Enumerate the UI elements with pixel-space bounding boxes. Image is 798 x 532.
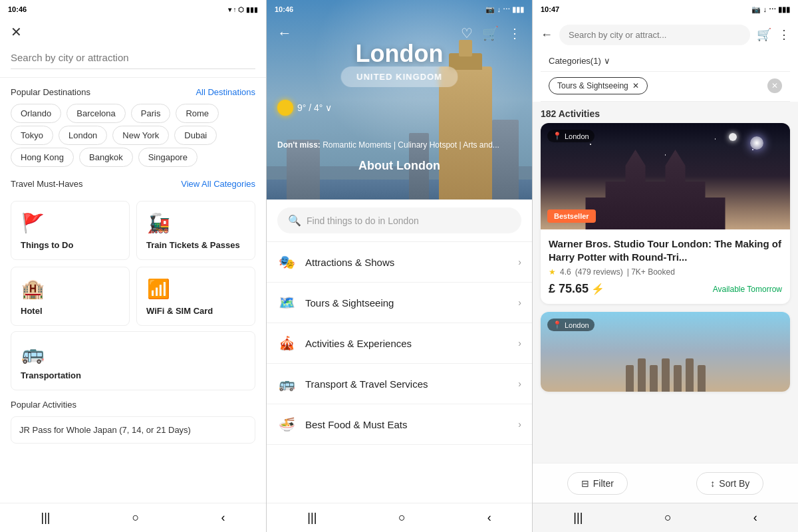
search-input-p1[interactable] <box>11 47 255 69</box>
menu-item-activities[interactable]: 🎪 Activities & Experiences › <box>267 323 532 364</box>
category-wifi-sim[interactable]: 📶 WiFi & SIM Card <box>136 267 255 326</box>
about-london-btn[interactable]: About London <box>358 159 440 173</box>
star-icon-rating: ★ <box>549 267 556 277</box>
chevron-down-icon: ∨ <box>604 56 610 66</box>
nav-home-p2[interactable]: ○ <box>398 511 406 525</box>
city-tag-hongkong[interactable]: Hong Kong <box>11 148 74 167</box>
p2-search-box[interactable]: 🔍 Find things to do in London <box>277 207 521 233</box>
train-tickets-icon: 🚂 <box>146 211 170 235</box>
more-icon-p3[interactable]: ⋮ <box>778 27 790 42</box>
filter-button[interactable]: ⊟ Filter <box>567 472 628 495</box>
p3-nav-bar: ← 🛒 ⋮ <box>541 19 790 51</box>
city-tag-tokyo[interactable]: Tokyo <box>11 126 53 145</box>
popular-activities-section: Popular Activities JR Pass for Whole Jap… <box>11 400 255 444</box>
stonehenge-location-text: London <box>565 321 589 329</box>
chevron-icon-attractions: › <box>518 257 521 267</box>
category-hotel[interactable]: 🏨 Hotel <box>11 267 130 326</box>
cart-icon-p2[interactable]: 🛒 <box>482 25 499 41</box>
search-placeholder-p2: Find things to do in London <box>307 215 419 226</box>
all-destinations-link[interactable]: All Destinations <box>196 87 255 97</box>
city-tag-paris[interactable]: Paris <box>131 104 171 123</box>
city-tag-rome[interactable]: Rome <box>176 104 219 123</box>
city-tag-singapore[interactable]: Singapore <box>138 148 198 167</box>
city-tag-bangkok[interactable]: Bangkok <box>79 148 133 167</box>
city-tag-orlando[interactable]: Orlando <box>11 104 61 123</box>
nav-back-p2-btn[interactable]: ‹ <box>487 511 491 525</box>
city-tag-london[interactable]: London <box>59 126 107 145</box>
nav-menu-p3[interactable]: ||| <box>573 511 583 525</box>
status-icons-p2: 📷 ↓ ⋯ ▮▮▮ <box>485 5 524 14</box>
status-bar-p1: 10:46 ▾ ↑ ⬡ ▮▮▮ <box>0 0 266 19</box>
category-things-to-do[interactable]: 🚩 Things to Do <box>11 201 130 260</box>
listing-stonehenge[interactable]: 📍 London <box>541 312 790 392</box>
attractions-icon: 🎭 <box>277 253 296 271</box>
availability-text: Available Tomorrow <box>713 285 782 294</box>
london-hero: 10:46 📷 ↓ ⋯ ▮▮▮ ← ♡ 🛒 ⋮ London UNITED KI… <box>267 0 532 200</box>
city-tags-row1: Orlando Barcelona Paris Rome <box>11 104 255 123</box>
sort-icon: ↕ <box>710 478 715 489</box>
heart-icon-p2[interactable]: ♡ <box>461 25 473 41</box>
menu-item-tours[interactable]: 🗺️ Tours & Sightseeing › <box>267 283 532 323</box>
nav-menu-p2[interactable]: ||| <box>307 511 317 525</box>
stonehenge-location: 📍 London <box>547 319 595 331</box>
rating-value: 4.6 <box>560 267 571 277</box>
nav-home-p3[interactable]: ○ <box>664 511 672 525</box>
panel-search: 10:46 ▾ ↑ ⬡ ▮▮▮ ✕ Popular Destinations A… <box>0 0 266 532</box>
popular-destinations-title: Popular Destinations <box>11 87 90 97</box>
back-btn-p3[interactable]: ← <box>541 28 553 42</box>
nav-menu-p1[interactable]: ||| <box>41 511 51 525</box>
clear-all-btn[interactable]: ✕ <box>767 78 782 93</box>
nav-back-p3-btn[interactable]: ‹ <box>753 511 757 525</box>
menu-item-food[interactable]: 🍜 Best Food & Must Eats › <box>267 404 532 445</box>
sort-label: Sort By <box>719 478 749 489</box>
p3-bottom-bar: ⊟ Filter ↕ Sort By <box>533 463 798 503</box>
star-icon <box>729 133 737 141</box>
nav-back-p1[interactable]: ‹ <box>221 511 225 525</box>
category-transportation[interactable]: 🚌 Transportation <box>11 331 255 390</box>
city-tag-newyork[interactable]: New York <box>112 126 169 145</box>
search-input-p3[interactable] <box>559 25 750 45</box>
more-icon-p2[interactable]: ⋮ <box>508 25 521 41</box>
listing-harry-potter[interactable]: 📍 London Bestseller Warner Bros. Studio … <box>541 123 790 304</box>
things-to-do-icon: 🚩 <box>21 211 45 235</box>
time-p2: 10:46 <box>275 5 293 13</box>
category-train-tickets[interactable]: 🚂 Train Tickets & Passes <box>136 201 255 260</box>
jr-pass-card[interactable]: JR Pass for Whole Japan (7, 14, or 21 Da… <box>11 416 255 444</box>
popular-destinations-header: Popular Destinations All Destinations <box>11 78 255 104</box>
wifi-sim-icon: 📶 <box>146 277 170 301</box>
stone-6 <box>686 358 694 392</box>
travel-must-haves-title: Travel Must-Haves <box>11 179 83 189</box>
menu-item-attractions[interactable]: 🎭 Attractions & Shows › <box>267 242 532 283</box>
cart-icon-p3[interactable]: 🛒 <box>757 27 771 42</box>
city-tag-dubai[interactable]: Dubai <box>174 126 217 145</box>
panel-results: 10:47 📷 ↓ ⋯ ▮▮▮ ← 🛒 ⋮ Categories(1) ∨ To… <box>532 0 798 532</box>
price-value: £ 75.65 <box>549 282 589 296</box>
view-all-categories-link[interactable]: View All Categories <box>181 179 255 189</box>
panel-london: 10:46 📷 ↓ ⋯ ▮▮▮ ← ♡ 🛒 ⋮ London UNITED KI… <box>266 0 532 532</box>
activities-count: 182 Activities <box>533 102 798 123</box>
bestseller-badge: Bestseller <box>547 209 596 223</box>
menu-item-transport[interactable]: 🚌 Transport & Travel Services › <box>267 364 532 404</box>
stone-5 <box>674 365 682 392</box>
sort-button[interactable]: ↕ Sort By <box>696 472 763 495</box>
filter-icon: ⊟ <box>581 478 589 489</box>
weather-sun-icon <box>277 100 293 116</box>
categories-filter-btn[interactable]: Categories(1) ∨ <box>549 56 610 66</box>
city-tag-barcelona[interactable]: Barcelona <box>66 104 126 123</box>
stone-1 <box>626 365 634 392</box>
status-bar-p2: 10:46 📷 ↓ ⋯ ▮▮▮ <box>267 0 532 19</box>
close-button[interactable]: ✕ <box>11 24 22 40</box>
nav-home-p1[interactable]: ○ <box>132 511 140 525</box>
time-p3: 10:47 <box>541 5 559 13</box>
hp-location-text: London <box>565 132 589 140</box>
location-pin-icon: 📍 <box>553 132 562 140</box>
transport-icon: 🚌 <box>277 374 296 393</box>
hp-price: £ 75.65 ⚡ <box>549 282 604 296</box>
categories-grid-2: 🚌 Transportation <box>11 331 255 390</box>
booked-count: | 7K+ Booked <box>627 267 675 277</box>
transport-label: Transport & Travel Services <box>305 378 509 390</box>
hp-listing-info: Warner Bros. Studio Tour London: The Mak… <box>541 229 790 304</box>
tag-close-icon[interactable]: ✕ <box>632 81 639 90</box>
tours-sightseeing-tag[interactable]: Tours & Sightseeing ✕ <box>549 77 648 94</box>
tours-label: Tours & Sightseeing <box>305 297 509 309</box>
